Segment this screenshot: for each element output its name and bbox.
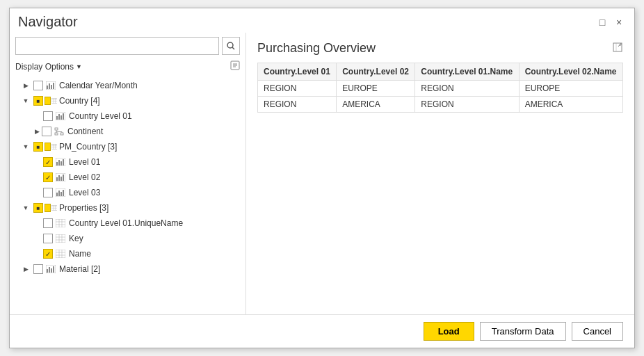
svg-rect-9 xyxy=(51,85,52,89)
svg-rect-19 xyxy=(61,115,62,120)
transform-data-button[interactable]: Transform Data xyxy=(480,322,566,341)
svg-rect-36 xyxy=(63,159,64,165)
search-button[interactable] xyxy=(222,37,240,55)
svg-rect-70 xyxy=(51,268,52,273)
tree-item-level01[interactable]: Level 01 xyxy=(10,154,234,170)
label-key: Key xyxy=(69,234,83,243)
maximize-button[interactable]: □ xyxy=(595,15,609,29)
svg-rect-11 xyxy=(51,99,57,104)
label-level01: Level 01 xyxy=(69,157,100,167)
label-pm-country: PM_Country [3] xyxy=(59,142,117,152)
col-header-3: Country.Level 02.Name xyxy=(519,63,622,81)
checkbox-calendar[interactable] xyxy=(33,81,43,90)
search-icon xyxy=(227,42,235,50)
tree-item-name[interactable]: Name xyxy=(10,246,234,261)
tree-item-country-level01[interactable]: Country Level 01 xyxy=(10,108,234,124)
svg-rect-39 xyxy=(58,175,60,181)
col-header-1: Country.Level 02 xyxy=(337,63,415,81)
tree-item-pm-country[interactable]: ▼ PM_C xyxy=(10,139,234,154)
main-content: Display Options ▼ xyxy=(10,33,634,314)
svg-rect-7 xyxy=(47,86,48,89)
checkbox-level03[interactable] xyxy=(43,188,53,197)
svg-rect-27 xyxy=(51,145,57,149)
svg-rect-68 xyxy=(47,269,48,273)
svg-point-0 xyxy=(227,42,233,48)
svg-rect-57 xyxy=(56,234,65,243)
table-row: REGIONAMERICAREGIONAMERICA xyxy=(258,97,623,113)
load-button[interactable]: Load xyxy=(424,322,474,341)
title-bar: Navigator □ × xyxy=(10,8,634,33)
svg-rect-10 xyxy=(53,83,54,89)
col-header-0: Country.Level 01 xyxy=(258,63,337,81)
tree-item-key[interactable]: Key xyxy=(10,231,234,246)
label-level02: Level 02 xyxy=(69,172,100,182)
tree-item-level02[interactable]: Level 02 xyxy=(10,170,234,185)
label-country-level01: Country Level 01 xyxy=(69,111,132,121)
left-panel: Display Options ▼ xyxy=(10,33,246,314)
chart-icon-l02 xyxy=(56,173,65,181)
svg-rect-18 xyxy=(58,114,60,120)
footer: Load Transform Data Cancel xyxy=(10,314,634,348)
checkbox-pm-country[interactable] xyxy=(33,142,43,152)
display-options-label: Display Options xyxy=(15,62,74,72)
icon-country xyxy=(45,95,57,106)
chart-icon-level01 xyxy=(56,112,65,120)
svg-rect-45 xyxy=(61,192,62,196)
checkbox-material[interactable] xyxy=(33,264,43,274)
expander-pm-country[interactable]: ▼ xyxy=(21,142,31,152)
chart-icon-l03 xyxy=(56,188,65,197)
label-properties: Properties [3] xyxy=(59,203,108,213)
display-options-button[interactable]: Display Options ▼ xyxy=(15,62,82,72)
table-cell: REGION xyxy=(415,97,519,113)
expander-material[interactable]: ▶ xyxy=(21,264,31,274)
hierarchy-icon xyxy=(54,127,64,136)
svg-rect-35 xyxy=(61,161,62,165)
icon-calendar xyxy=(45,80,57,91)
table-cell: EUROPE xyxy=(337,81,415,97)
checkbox-properties[interactable] xyxy=(33,203,43,213)
tree-item-country[interactable]: ▼ Coun xyxy=(10,93,234,108)
svg-rect-62 xyxy=(56,250,65,258)
cancel-button[interactable]: Cancel xyxy=(572,322,623,341)
tree-item-level03[interactable]: Level 03 xyxy=(10,185,234,200)
tree-container: ▶ Calendar Year/Month xyxy=(10,75,245,280)
checkbox-level02[interactable] xyxy=(43,172,53,182)
expander-properties[interactable]: ▼ xyxy=(21,203,31,213)
svg-rect-17 xyxy=(56,116,58,120)
tree-item-properties[interactable]: ▼ Prop xyxy=(10,200,234,216)
refresh-button[interactable] xyxy=(230,60,240,72)
checkbox-unique-name[interactable] xyxy=(43,218,53,228)
checkbox-country-level01[interactable] xyxy=(43,111,53,121)
icon-name xyxy=(54,248,67,259)
preview-export-icon xyxy=(612,42,623,56)
preview-table: Country.Level 01 Country.Level 02 Countr… xyxy=(257,63,623,113)
table-cell: EUROPE xyxy=(519,81,622,97)
checkbox-key[interactable] xyxy=(43,234,53,243)
label-unique-name: Country Level 01.UniqueName xyxy=(69,218,183,228)
export-icon xyxy=(612,42,623,53)
checkbox-name[interactable] xyxy=(43,249,53,259)
chart-icon xyxy=(46,81,56,90)
expander-continent[interactable]: ▶ xyxy=(32,127,42,136)
table-icon-name xyxy=(56,250,65,258)
svg-rect-47 xyxy=(51,206,57,211)
checkbox-continent[interactable] xyxy=(42,127,51,136)
table-yellow-icon-pm xyxy=(51,143,57,150)
checkbox-country[interactable] xyxy=(33,96,43,106)
chart-icon-material xyxy=(46,265,56,273)
tree-area[interactable]: ▶ Calendar Year/Month xyxy=(10,75,245,314)
expander-country[interactable]: ▼ xyxy=(21,96,31,106)
label-name: Name xyxy=(69,249,91,259)
chart-icon-l01 xyxy=(56,158,65,166)
tree-item-unique-name[interactable]: Country Level 01.UniqueName xyxy=(10,216,234,231)
svg-rect-69 xyxy=(49,267,50,273)
tree-item-calendar[interactable]: ▶ Calendar Year/Month xyxy=(10,78,234,93)
search-input[interactable] xyxy=(15,37,219,55)
dropdown-arrow-icon: ▼ xyxy=(76,63,82,70)
tree-item-material[interactable]: ▶ Material [2] xyxy=(10,261,234,277)
checkbox-level01[interactable] xyxy=(43,157,53,167)
expander-calendar[interactable]: ▶ xyxy=(21,81,31,90)
icon-level02 xyxy=(54,172,67,183)
close-button[interactable]: × xyxy=(612,15,626,29)
tree-item-continent[interactable]: ▶ Continent xyxy=(10,124,234,139)
